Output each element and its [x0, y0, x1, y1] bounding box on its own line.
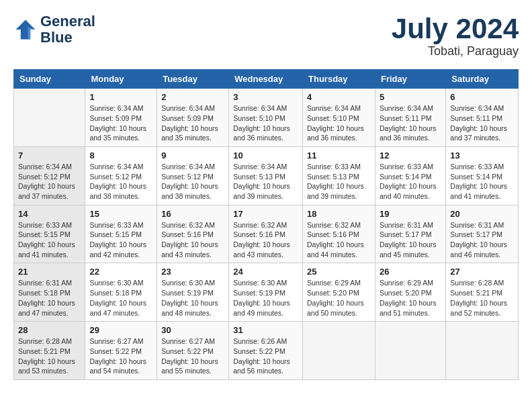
logo-line1: General [40, 13, 95, 30]
day-number: 17 [233, 209, 298, 219]
calendar-cell: 30Sunrise: 6:27 AM Sunset: 5:22 PM Dayli… [157, 322, 229, 380]
column-header-saturday: Saturday [446, 70, 519, 89]
calendar-week-row: 1Sunrise: 6:34 AM Sunset: 5:09 PM Daylig… [14, 89, 519, 147]
main-title: July 2024 [392, 13, 519, 44]
day-number: 10 [233, 150, 298, 161]
day-number: 18 [307, 209, 371, 219]
title-block: July 2024 Tobati, Paraguay [392, 13, 519, 58]
calendar-cell: 17Sunrise: 6:32 AM Sunset: 5:16 PM Dayli… [229, 205, 303, 263]
day-info: Sunrise: 6:34 AM Sunset: 5:10 PM Dayligh… [233, 103, 298, 143]
calendar-cell: 10Sunrise: 6:34 AM Sunset: 5:13 PM Dayli… [229, 146, 303, 205]
day-number: 30 [161, 325, 224, 335]
calendar-cell: 3Sunrise: 6:34 AM Sunset: 5:10 PM Daylig… [229, 89, 303, 147]
calendar-cell: 5Sunrise: 6:34 AM Sunset: 5:11 PM Daylig… [375, 89, 445, 147]
calendar-week-row: 7Sunrise: 6:34 AM Sunset: 5:12 PM Daylig… [14, 146, 519, 205]
page-header: General Blue July 2024 Tobati, Paraguay [13, 13, 519, 58]
day-number: 16 [161, 209, 224, 219]
day-number: 19 [380, 209, 441, 219]
day-number: 26 [380, 267, 441, 277]
calendar-cell: 29Sunrise: 6:27 AM Sunset: 5:22 PM Dayli… [85, 322, 157, 380]
logo-text: General Blue [40, 13, 95, 46]
logo: General Blue [13, 13, 95, 46]
calendar-cell [375, 322, 445, 380]
column-header-thursday: Thursday [303, 70, 375, 89]
day-info: Sunrise: 6:34 AM Sunset: 5:10 PM Dayligh… [307, 103, 371, 143]
day-number: 2 [161, 92, 224, 102]
day-info: Sunrise: 6:29 AM Sunset: 5:20 PM Dayligh… [380, 278, 441, 318]
column-header-monday: Monday [85, 70, 157, 89]
day-number: 21 [18, 267, 81, 277]
calendar-cell: 12Sunrise: 6:33 AM Sunset: 5:14 PM Dayli… [375, 146, 445, 205]
calendar-cell: 13Sunrise: 6:33 AM Sunset: 5:14 PM Dayli… [446, 146, 519, 205]
calendar-week-row: 21Sunrise: 6:31 AM Sunset: 5:18 PM Dayli… [14, 263, 519, 322]
calendar-cell: 20Sunrise: 6:31 AM Sunset: 5:17 PM Dayli… [446, 205, 519, 263]
day-number: 15 [89, 209, 152, 219]
day-info: Sunrise: 6:26 AM Sunset: 5:22 PM Dayligh… [233, 336, 298, 376]
day-info: Sunrise: 6:32 AM Sunset: 5:16 PM Dayligh… [233, 220, 298, 260]
day-info: Sunrise: 6:32 AM Sunset: 5:16 PM Dayligh… [161, 220, 224, 260]
day-info: Sunrise: 6:32 AM Sunset: 5:16 PM Dayligh… [307, 220, 371, 260]
day-number: 28 [18, 325, 81, 335]
calendar-cell [303, 322, 375, 380]
day-number: 24 [233, 267, 298, 277]
day-number: 3 [233, 92, 298, 102]
day-info: Sunrise: 6:28 AM Sunset: 5:21 PM Dayligh… [450, 278, 514, 318]
day-number: 11 [307, 150, 371, 161]
calendar-cell: 7Sunrise: 6:34 AM Sunset: 5:12 PM Daylig… [14, 146, 85, 205]
day-info: Sunrise: 6:34 AM Sunset: 5:11 PM Dayligh… [380, 103, 441, 143]
calendar-week-row: 28Sunrise: 6:28 AM Sunset: 5:21 PM Dayli… [14, 322, 519, 380]
calendar-cell: 27Sunrise: 6:28 AM Sunset: 5:21 PM Dayli… [446, 263, 519, 322]
calendar-cell: 19Sunrise: 6:31 AM Sunset: 5:17 PM Dayli… [375, 205, 445, 263]
column-header-friday: Friday [375, 70, 445, 89]
day-info: Sunrise: 6:34 AM Sunset: 5:13 PM Dayligh… [233, 162, 298, 201]
calendar-cell: 23Sunrise: 6:30 AM Sunset: 5:19 PM Dayli… [157, 263, 229, 322]
calendar-cell: 31Sunrise: 6:26 AM Sunset: 5:22 PM Dayli… [229, 322, 303, 380]
calendar-cell: 18Sunrise: 6:32 AM Sunset: 5:16 PM Dayli… [303, 205, 375, 263]
day-number: 5 [380, 92, 441, 102]
day-number: 8 [89, 150, 152, 161]
day-info: Sunrise: 6:30 AM Sunset: 5:19 PM Dayligh… [233, 278, 298, 318]
day-info: Sunrise: 6:31 AM Sunset: 5:17 PM Dayligh… [380, 220, 441, 260]
subtitle: Tobati, Paraguay [392, 44, 519, 58]
day-number: 31 [233, 325, 298, 335]
day-info: Sunrise: 6:33 AM Sunset: 5:14 PM Dayligh… [380, 162, 441, 201]
day-info: Sunrise: 6:34 AM Sunset: 5:09 PM Dayligh… [89, 103, 152, 143]
calendar-cell: 26Sunrise: 6:29 AM Sunset: 5:20 PM Dayli… [375, 263, 445, 322]
day-number: 23 [161, 267, 224, 277]
day-info: Sunrise: 6:31 AM Sunset: 5:18 PM Dayligh… [18, 278, 81, 318]
day-info: Sunrise: 6:29 AM Sunset: 5:20 PM Dayligh… [307, 278, 371, 318]
day-number: 13 [450, 150, 514, 161]
day-info: Sunrise: 6:34 AM Sunset: 5:09 PM Dayligh… [161, 103, 224, 143]
calendar-cell: 6Sunrise: 6:34 AM Sunset: 5:11 PM Daylig… [446, 89, 519, 147]
day-number: 9 [161, 150, 224, 161]
day-info: Sunrise: 6:27 AM Sunset: 5:22 PM Dayligh… [161, 336, 224, 376]
day-number: 7 [18, 150, 81, 161]
day-number: 14 [18, 209, 81, 219]
calendar-cell: 4Sunrise: 6:34 AM Sunset: 5:10 PM Daylig… [303, 89, 375, 147]
day-info: Sunrise: 6:31 AM Sunset: 5:17 PM Dayligh… [450, 220, 514, 260]
calendar-cell: 11Sunrise: 6:33 AM Sunset: 5:13 PM Dayli… [303, 146, 375, 205]
calendar-cell: 1Sunrise: 6:34 AM Sunset: 5:09 PM Daylig… [85, 89, 157, 147]
calendar-cell: 28Sunrise: 6:28 AM Sunset: 5:21 PM Dayli… [14, 322, 85, 380]
calendar-cell: 14Sunrise: 6:33 AM Sunset: 5:15 PM Dayli… [14, 205, 85, 263]
calendar-cell: 9Sunrise: 6:34 AM Sunset: 5:12 PM Daylig… [157, 146, 229, 205]
day-number: 20 [450, 209, 514, 219]
day-number: 29 [89, 325, 152, 335]
day-info: Sunrise: 6:34 AM Sunset: 5:12 PM Dayligh… [89, 162, 152, 201]
column-header-wednesday: Wednesday [229, 70, 303, 89]
day-info: Sunrise: 6:33 AM Sunset: 5:15 PM Dayligh… [89, 220, 152, 260]
column-header-sunday: Sunday [14, 70, 85, 89]
calendar-cell: 22Sunrise: 6:30 AM Sunset: 5:18 PM Dayli… [85, 263, 157, 322]
calendar-cell [446, 322, 519, 380]
day-number: 4 [307, 92, 371, 102]
calendar-cell: 21Sunrise: 6:31 AM Sunset: 5:18 PM Dayli… [14, 263, 85, 322]
day-number: 12 [380, 150, 441, 161]
calendar-header-row: SundayMondayTuesdayWednesdayThursdayFrid… [14, 70, 519, 89]
day-info: Sunrise: 6:30 AM Sunset: 5:19 PM Dayligh… [161, 278, 224, 318]
calendar-cell: 15Sunrise: 6:33 AM Sunset: 5:15 PM Dayli… [85, 205, 157, 263]
calendar-cell: 24Sunrise: 6:30 AM Sunset: 5:19 PM Dayli… [229, 263, 303, 322]
day-info: Sunrise: 6:33 AM Sunset: 5:14 PM Dayligh… [450, 162, 514, 201]
logo-line2: Blue [40, 30, 95, 46]
day-number: 6 [450, 92, 514, 102]
logo-icon [13, 17, 38, 42]
